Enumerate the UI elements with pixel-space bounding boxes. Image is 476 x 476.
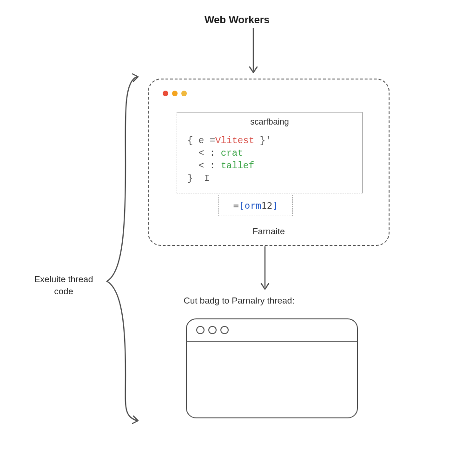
curly-brace-icon <box>100 72 146 425</box>
code-token: }' <box>254 135 271 146</box>
window-traffic-lights <box>163 91 187 96</box>
code-token: crat <box>221 148 243 159</box>
code-token: tallef <box>221 160 254 171</box>
code-panel-heading: scarfbaing <box>177 117 362 127</box>
code-token: Vlitest <box>215 135 254 146</box>
traffic-dot-yellow <box>181 91 187 96</box>
left-group-label: Exeluite thread code <box>29 273 99 297</box>
diagram-title: Web Workers <box>205 14 270 26</box>
window-control-icon <box>208 326 217 334</box>
window-control-icon <box>220 326 229 334</box>
code-block: { e =Vlitest }' < : crat < : tallef } I <box>187 134 362 185</box>
code-token: < : <box>187 148 221 159</box>
code-token: [ <box>239 200 245 211</box>
window-control-icon <box>196 326 205 334</box>
code-panel: scarfbaing { e =Vlitest }' < : crat < : … <box>177 112 363 193</box>
code-token: = <box>233 200 239 211</box>
traffic-dot-orange <box>172 91 178 96</box>
worker-container: scarfbaing { e =Vlitest }' < : crat < : … <box>148 79 390 246</box>
worker-bottom-label: Farnaite <box>149 226 389 237</box>
code-token: ] <box>272 200 278 211</box>
traffic-dot-red <box>163 91 168 96</box>
code-token: 12 <box>261 200 272 211</box>
arrow-down-icon <box>260 246 270 293</box>
return-label: Cut badg to Parnalry thread: <box>184 296 295 306</box>
left-label-line: code <box>54 286 73 296</box>
left-label-line: Exeluite thread <box>34 274 93 284</box>
arrow-down-icon <box>249 28 258 77</box>
browser-titlebar <box>187 319 357 342</box>
code-token: { e = <box>187 135 215 146</box>
code-token: orm <box>245 200 261 211</box>
code-token: } I <box>187 173 210 184</box>
main-thread-window <box>186 318 358 418</box>
code-token: < : <box>187 160 221 171</box>
orm-tag: = [ orm 12 ] <box>218 195 293 216</box>
